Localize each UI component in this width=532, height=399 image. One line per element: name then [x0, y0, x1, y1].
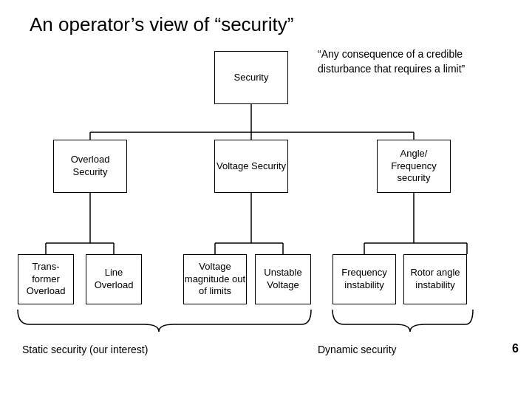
- static-security-label: Static security (our interest): [22, 344, 148, 355]
- voltage-magnitude-box: Voltage magnitude out of limits: [183, 254, 247, 304]
- page-number: 6: [512, 342, 519, 355]
- frequency-instability-box: Frequency instability: [332, 254, 396, 304]
- voltage-security-box: Voltage Security: [214, 140, 288, 193]
- unstable-voltage-box: Unstable Voltage: [255, 254, 311, 304]
- line-overload-box: Line Overload: [86, 254, 142, 304]
- security-box: Security: [214, 51, 288, 104]
- transformer-overload-box: Trans- former Overload: [18, 254, 74, 304]
- dynamic-security-label: Dynamic security: [318, 344, 397, 355]
- angle-freq-security-box: Angle/ Frequency security: [377, 140, 451, 193]
- rotor-angle-instability-box: Rotor angle instability: [403, 254, 467, 304]
- quote-text: “Any consequence of a credible disturban…: [318, 47, 510, 76]
- overload-security-box: Overload Security: [53, 140, 127, 193]
- page-title: An operator’s view of “security”: [0, 0, 532, 44]
